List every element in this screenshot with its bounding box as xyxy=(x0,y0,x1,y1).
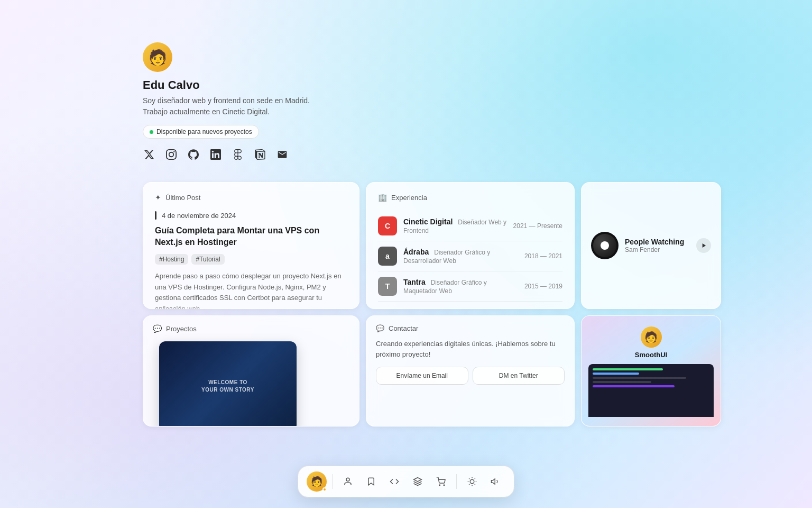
post-date-bar: 4 de noviembre de 2024 xyxy=(155,211,347,220)
instagram-icon[interactable] xyxy=(165,148,178,161)
experience-item-adraba: a Ádraba Diseñador Gráfico y Desarrollad… xyxy=(378,241,562,271)
svg-line-11 xyxy=(469,484,469,485)
smoothui-mockup xyxy=(588,364,714,417)
cinetic-info: Cinetic Digital Diseñador Web y Frontend xyxy=(403,217,507,234)
notion-icon[interactable] xyxy=(254,148,266,161)
availability-badge[interactable]: Disponible para nuevos proyectos xyxy=(143,125,259,139)
toolbar-divider-2 xyxy=(456,474,457,489)
toolbar-avatar-dot xyxy=(322,487,327,492)
toolbar-layers-button[interactable] xyxy=(408,471,428,492)
svg-point-3 xyxy=(444,485,445,486)
experience-header-label: Experiencia xyxy=(391,194,427,202)
toolbar-divider-1 xyxy=(332,474,333,489)
svg-point-0 xyxy=(346,478,349,481)
svg-marker-13 xyxy=(492,479,495,485)
projects-icon: 💬 xyxy=(153,324,162,333)
tantra-company: Tantra xyxy=(403,278,426,286)
post-header-label: Último Post xyxy=(165,194,200,202)
adraba-period: 2018 — 2021 xyxy=(524,252,562,260)
avatar: 🧑 xyxy=(143,42,172,72)
profile-name: Edu Calvo xyxy=(143,78,812,92)
profile-section: 🧑 Edu Calvo Soy diseñador web y frontend… xyxy=(143,42,812,161)
music-title: People Watching xyxy=(625,238,690,246)
availability-text: Disponible para nuevos proyectos xyxy=(156,128,252,135)
experience-item-cinetic: C Cinetic Digital Diseñador Web y Fronte… xyxy=(378,211,562,241)
cards-grid: ✦ Último Post 4 de noviembre de 2024 Guí… xyxy=(143,182,812,427)
post-tag-tutorial[interactable]: #Tutorial xyxy=(191,254,224,265)
svg-line-12 xyxy=(475,478,475,479)
toolbar-cart-button[interactable] xyxy=(431,471,451,492)
mockup-bar-1 xyxy=(593,368,662,370)
music-info: People Watching Sam Fender xyxy=(625,238,690,253)
twitter-contact-button[interactable]: DM en Twitter xyxy=(473,367,565,385)
tantra-period: 2015 — 2019 xyxy=(524,283,562,290)
svg-point-2 xyxy=(439,485,440,486)
adraba-logo: a xyxy=(378,247,397,266)
music-vinyl-center xyxy=(601,241,609,250)
email-icon[interactable] xyxy=(276,148,289,161)
post-card-header: ✦ Último Post xyxy=(155,193,347,202)
mockup-bar-3 xyxy=(593,377,686,379)
mockup-bar-2 xyxy=(593,373,639,375)
experience-card-header: 🏢 Experiencia xyxy=(378,193,562,202)
projects-card-header: 💬 Proyectos xyxy=(153,324,349,333)
email-contact-button[interactable]: Envíame un Email xyxy=(376,367,468,385)
figma-icon[interactable] xyxy=(232,148,244,161)
bottom-toolbar: 🧑 xyxy=(298,466,514,497)
toolbar-user-button[interactable] xyxy=(338,471,358,492)
post-tag-hosting[interactable]: #Hosting xyxy=(155,254,188,265)
projects-header-label: Proyectos xyxy=(166,325,197,333)
linkedin-icon[interactable] xyxy=(209,148,222,161)
svg-line-8 xyxy=(475,484,475,485)
music-artist: Sam Fender xyxy=(625,246,690,253)
post-tags: #Hosting #Tutorial xyxy=(155,254,347,265)
social-links xyxy=(143,148,812,161)
contact-header-label: Contactar xyxy=(389,324,418,332)
adraba-info: Ádraba Diseñador Gráfico y Desarrollador… xyxy=(403,248,518,265)
svg-point-4 xyxy=(470,479,474,484)
toolbar-code-button[interactable] xyxy=(384,471,404,492)
adraba-company: Ádraba xyxy=(403,248,429,256)
toolbar-bookmark-button[interactable] xyxy=(361,471,381,492)
smoothui-card[interactable]: 🧑 SmoothUI xyxy=(581,315,721,427)
svg-marker-1 xyxy=(414,478,422,482)
post-date: 4 de noviembre de 2024 xyxy=(162,212,236,220)
post-excerpt: Aprende paso a paso cómo desplegar un pr… xyxy=(155,271,347,309)
mockup-bar-5 xyxy=(593,385,674,387)
smoothui-title: SmoothUI xyxy=(635,351,667,359)
post-title[interactable]: Guía Completa para Montar una VPS con Ne… xyxy=(155,225,347,249)
post-icon: ✦ xyxy=(155,193,161,202)
mockup-bar-4 xyxy=(593,381,651,383)
contact-description: Creando experiencias digitales únicas. ¡… xyxy=(376,339,565,359)
smoothui-content: 🧑 SmoothUI xyxy=(582,316,721,426)
cinetic-logo: C xyxy=(378,216,397,235)
music-card: People Watching Sam Fender xyxy=(581,182,721,309)
last-post-card: ✦ Último Post 4 de noviembre de 2024 Guí… xyxy=(143,182,359,309)
project-screenshot: WELCOME TOYOUR OWN STORY xyxy=(159,341,297,427)
toolbar-avatar[interactable]: 🧑 xyxy=(307,471,327,492)
availability-dot xyxy=(150,130,153,134)
experience-item-tantra: T Tantra Diseñador Gráfico y Maquetador … xyxy=(378,271,562,302)
smoothui-avatar: 🧑 xyxy=(641,326,662,348)
github-icon[interactable] xyxy=(187,148,200,161)
toolbar-theme-button[interactable] xyxy=(462,471,482,492)
toolbar-volume-button[interactable] xyxy=(485,471,505,492)
profile-bio: Soy diseñador web y frontend con sede en… xyxy=(143,95,812,117)
cinetic-period: 2021 — Presente xyxy=(513,222,562,230)
tantra-logo: T xyxy=(378,277,397,296)
svg-line-7 xyxy=(469,478,469,479)
tantra-info: Tantra Diseñador Gráfico y Maquetador We… xyxy=(403,278,518,295)
experience-icon: 🏢 xyxy=(378,193,387,202)
projects-card: 💬 Proyectos WELCOME TOYOUR OWN STORY xyxy=(143,315,359,427)
page-container: 🧑 Edu Calvo Soy diseñador web y frontend… xyxy=(0,0,812,508)
contact-header: 💬 Contactar xyxy=(376,324,565,332)
music-album-art xyxy=(591,232,619,259)
cinetic-company: Cinetic Digital xyxy=(403,217,453,226)
music-play-button[interactable] xyxy=(696,238,711,253)
contact-buttons: Envíame un Email DM en Twitter xyxy=(376,367,565,385)
post-date-line xyxy=(155,211,156,220)
contact-card: 💬 Contactar Creando experiencias digital… xyxy=(366,315,575,427)
experience-card: 🏢 Experiencia C Cinetic Digital Diseñado… xyxy=(366,182,575,309)
twitter-icon[interactable] xyxy=(143,148,155,161)
